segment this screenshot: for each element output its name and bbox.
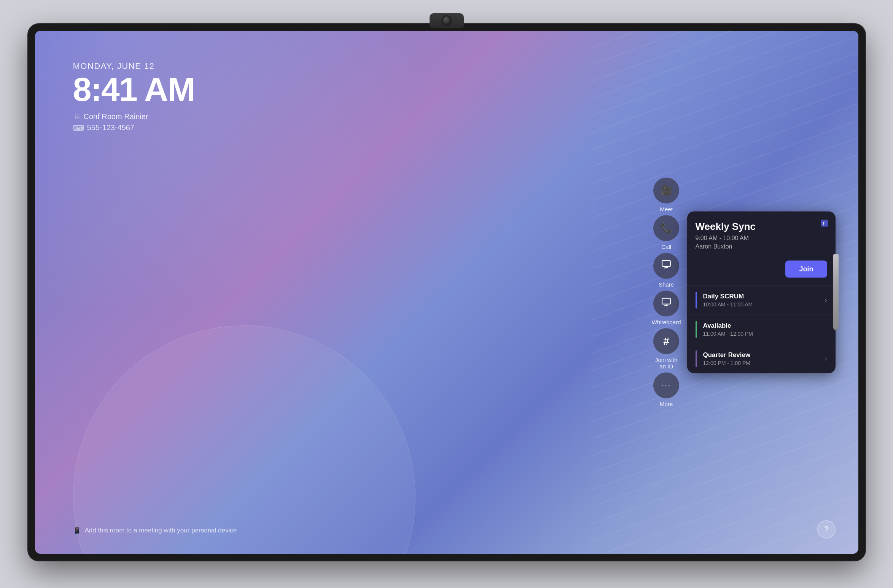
share-icon [661, 260, 671, 272]
device-wrapper: MONDAY, JUNE 12 8:41 AM 🖥 Conf Room Rain… [28, 24, 865, 564]
join-id-label: Join with an ID [655, 356, 677, 369]
nav-join-with-id[interactable]: # Join with an ID [653, 328, 679, 369]
monitor-frame: MONDAY, JUNE 12 8:41 AM 🖥 Conf Room Rain… [28, 24, 865, 561]
nav-share[interactable]: Share [653, 253, 679, 287]
top-left-info: MONDAY, JUNE 12 8:41 AM 🖥 Conf Room Rain… [73, 61, 195, 132]
meeting-item-quarter-review[interactable]: Quarter Review 12:00 PM - 1:00 PM › [687, 344, 836, 373]
meeting-panel: T Weekly Sync 9:00 AM - 10:00 AM Aaron B… [687, 211, 836, 373]
help-icon: ? [824, 525, 828, 534]
more-icon-circle: ··· [653, 372, 679, 398]
call-label: Call [661, 243, 671, 250]
nav-whiteboard[interactable]: Whiteboard [652, 290, 681, 325]
share-label: Share [659, 281, 674, 287]
monitor-icon: 🖥 [73, 112, 81, 121]
camera-mount [430, 13, 464, 28]
hint-text: Add this room to a meeting with your per… [85, 527, 237, 534]
whiteboard-label: Whiteboard [652, 319, 681, 325]
current-meeting-time: 9:00 AM - 10:00 AM [696, 234, 827, 241]
help-button[interactable]: ? [817, 520, 836, 539]
meeting-time-quarter-review: 12:00 PM - 1:00 PM [703, 360, 825, 366]
current-meeting: T Weekly Sync 9:00 AM - 10:00 AM Aaron B… [687, 211, 836, 285]
meeting-info-quarter-review: Quarter Review 12:00 PM - 1:00 PM [703, 351, 825, 366]
meet-label: Meet [660, 206, 672, 212]
meeting-bar-available [696, 321, 697, 338]
keypad-icon: ⌨ [73, 123, 84, 132]
current-meeting-organizer: Aaron Buxton [696, 243, 827, 250]
meeting-time-daily-scrum: 10:00 AM - 11:00 AM [703, 301, 825, 308]
call-icon-circle: 📞 [653, 215, 679, 241]
meeting-title-available: Available [703, 322, 827, 330]
chevron-daily-scrum: › [825, 296, 827, 304]
svg-rect-0 [662, 261, 670, 266]
room-name-text: Conf Room Rainier [84, 112, 148, 121]
more-label: More [660, 400, 673, 407]
call-icon: 📞 [660, 222, 672, 234]
nav-more[interactable]: ··· More [653, 372, 679, 407]
meeting-info-available: Available 11:00 AM - 12:00 PM [703, 322, 827, 337]
svg-rect-2 [662, 298, 670, 304]
chevron-quarter-review: › [825, 355, 827, 363]
more-icon: ··· [662, 380, 671, 390]
side-nav: 🎥 Meet 📞 Call [652, 177, 681, 407]
meeting-item-available: Available 11:00 AM - 12:00 PM [687, 315, 836, 344]
whiteboard-icon [661, 297, 671, 310]
whiteboard-icon-circle [653, 290, 679, 316]
stylus [833, 254, 839, 330]
join-id-icon-circle: # [653, 328, 679, 354]
hint-icon: 📱 [73, 527, 81, 535]
date-label: MONDAY, JUNE 12 [73, 61, 195, 71]
meet-icon: 🎥 [660, 185, 672, 196]
teams-icon: T [820, 219, 829, 229]
bg-decoration-2 [73, 325, 415, 554]
meeting-title-quarter-review: Quarter Review [703, 351, 825, 359]
current-meeting-title: Weekly Sync [696, 220, 827, 232]
room-name: 🖥 Conf Room Rainier [73, 112, 195, 121]
meeting-bar-quarter-review [696, 350, 697, 367]
svg-text:T: T [822, 221, 825, 226]
room-number: ⌨ 555-123-4567 [73, 123, 195, 132]
right-panel: 🎥 Meet 📞 Call [652, 177, 836, 407]
bottom-hint: 📱 Add this room to a meeting with your p… [73, 527, 237, 535]
join-id-icon: # [663, 335, 669, 347]
join-button[interactable]: Join [785, 260, 827, 277]
nav-meet[interactable]: 🎥 Meet [653, 177, 679, 212]
time-label: 8:41 AM [73, 73, 195, 106]
screen: MONDAY, JUNE 12 8:41 AM 🖥 Conf Room Rain… [35, 31, 858, 554]
meeting-title-daily-scrum: Daily SCRUM [703, 293, 825, 300]
meeting-time-available: 11:00 AM - 12:00 PM [703, 331, 827, 337]
meeting-bar-daily-scrum [696, 292, 697, 308]
meeting-item-daily-scrum[interactable]: Daily SCRUM 10:00 AM - 11:00 AM › [687, 285, 836, 315]
nav-call[interactable]: 📞 Call [653, 215, 679, 250]
camera-lens [441, 15, 452, 26]
meet-icon-circle: 🎥 [653, 177, 679, 203]
room-number-text: 555-123-4567 [87, 123, 135, 132]
share-icon-circle [653, 253, 679, 279]
meeting-info-daily-scrum: Daily SCRUM 10:00 AM - 11:00 AM [703, 293, 825, 308]
